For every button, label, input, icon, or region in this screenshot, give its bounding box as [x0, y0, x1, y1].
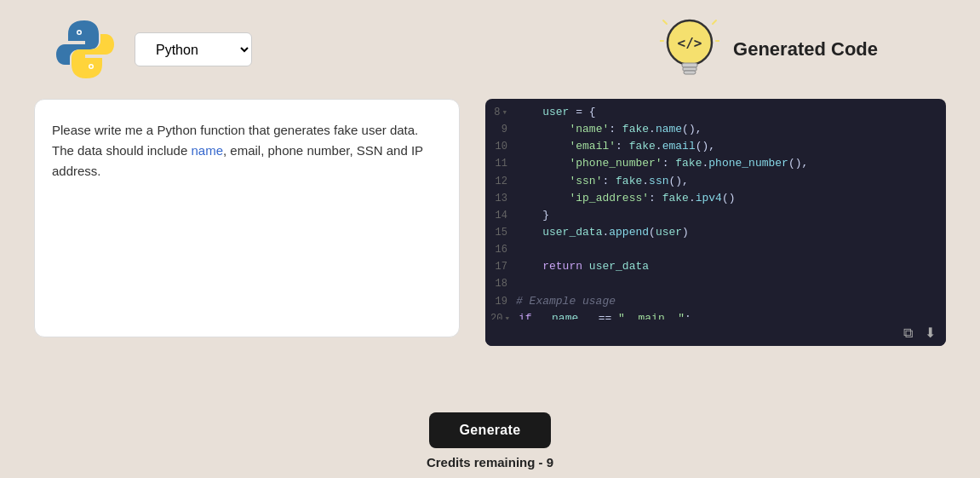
left-section: Python JavaScript TypeScript Java C++ Go…: [51, 15, 252, 84]
bottom-bar: Generate Credits remaining - 9: [0, 402, 980, 478]
svg-line-9: [663, 20, 667, 24]
top-bar: Python JavaScript TypeScript Java C++ Go…: [0, 0, 980, 99]
code-line: 17 return user_data: [485, 258, 946, 275]
code-line: 11 'phone_number': fake.phone_number(),: [485, 155, 946, 172]
code-line: 20▾ if __name__ == "__main__":: [485, 310, 946, 320]
code-panel: 8▾ user = { 9 'name': fake.name(), 10 'e…: [485, 99, 946, 346]
code-line: 18: [485, 275, 946, 292]
svg-point-1: [78, 32, 81, 34]
code-line: 16: [485, 241, 946, 258]
code-line: 15 user_data.append(user): [485, 224, 946, 241]
svg-rect-6: [682, 63, 697, 67]
code-line: 12 'ssn': fake.ssn(),: [485, 173, 946, 190]
code-line: 10 'email': fake.email(),: [485, 138, 946, 155]
code-line: 19 # Example usage: [485, 293, 946, 310]
main-content: Please write me a Python function that g…: [0, 99, 980, 402]
prompt-box: Please write me a Python function that g…: [34, 99, 460, 337]
code-scroll-area[interactable]: 8▾ user = { 9 'name': fake.name(), 10 'e…: [485, 99, 946, 320]
prompt-text: Please write me a Python function that g…: [52, 120, 442, 181]
svg-line-10: [713, 20, 716, 24]
svg-rect-8: [684, 71, 696, 74]
language-select[interactable]: Python JavaScript TypeScript Java C++ Go…: [135, 32, 252, 66]
code-line: 9 'name': fake.name(),: [485, 121, 946, 138]
highlight-name: name: [191, 143, 223, 158]
svg-point-3: [90, 66, 93, 68]
svg-text:</>: </>: [678, 35, 702, 51]
bulb-code-icon: </>: [660, 15, 719, 84]
code-actions-bar: ⧉ ⬇: [485, 320, 946, 346]
code-line: 13 'ip_address': fake.ipv4(): [485, 190, 946, 207]
code-line: 14 }: [485, 207, 946, 224]
code-line: 8▾ user = {: [485, 104, 946, 121]
credits-remaining-text: Credits remaining - 9: [427, 455, 553, 469]
svg-rect-7: [683, 67, 696, 71]
generated-code-title: Generated Code: [733, 38, 878, 60]
copy-button[interactable]: ⧉: [900, 323, 916, 343]
download-button[interactable]: ⬇: [921, 323, 939, 343]
right-section: </> Generated Code: [660, 15, 878, 84]
python-logo-icon: [51, 15, 119, 84]
generate-button[interactable]: Generate: [429, 412, 552, 448]
